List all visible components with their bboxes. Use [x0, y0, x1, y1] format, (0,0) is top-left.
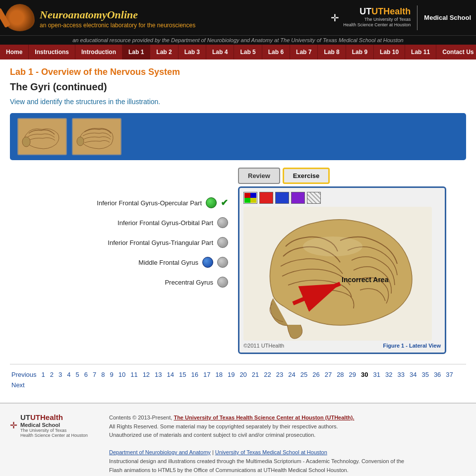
- pagination-page-18[interactable]: 18: [214, 370, 224, 379]
- nav-instructions[interactable]: Instructions: [29, 45, 75, 60]
- pagination-page-17[interactable]: 17: [202, 370, 212, 379]
- footer-school: Medical School: [20, 422, 88, 428]
- pagination-page-25[interactable]: 25: [299, 370, 309, 379]
- nav-lab10[interactable]: Lab 10: [374, 45, 405, 60]
- pagination-next[interactable]: Next: [10, 381, 26, 389]
- nav-lab2[interactable]: Lab 2: [150, 45, 178, 60]
- footer-dept: Department of Neurobiology and Anatomy |…: [109, 448, 466, 457]
- pagination-page-19[interactable]: 19: [226, 370, 236, 379]
- pagination-page-32[interactable]: 32: [384, 370, 394, 379]
- brain-panel: Incorrect Area ©2011 UTHealth Figure 1 -…: [238, 186, 446, 354]
- pagination-page-11[interactable]: 11: [129, 370, 139, 379]
- pagination-page-24[interactable]: 24: [287, 370, 297, 379]
- nav-lab9[interactable]: Lab 9: [346, 45, 374, 60]
- pagination-page-13[interactable]: 13: [153, 370, 163, 379]
- pagination-page-15[interactable]: 15: [178, 370, 187, 379]
- color-btn-purple[interactable]: [291, 192, 305, 204]
- ut-detail: The University of Texas Health Science C…: [343, 17, 411, 28]
- color-btn-texture[interactable]: [307, 192, 321, 204]
- nav-lab1[interactable]: Lab 1: [122, 45, 150, 60]
- dot-4-blue[interactable]: [202, 257, 213, 268]
- brain-image-area[interactable]: Incorrect Area: [243, 207, 432, 341]
- footer-dept-link[interactable]: Department of Neurobiology and Anatomy: [109, 449, 211, 455]
- instruction-link[interactable]: in the illustration: [108, 98, 158, 106]
- ut-divider: [417, 5, 417, 30]
- nav-lab5[interactable]: Lab 5: [234, 45, 262, 60]
- nav-lab11[interactable]: Lab 11: [405, 45, 436, 60]
- pagination-page-23[interactable]: 23: [275, 370, 285, 379]
- footer-copyright: Contents © 2013-Present, The University …: [109, 414, 466, 422]
- pagination-page-28[interactable]: 28: [335, 370, 345, 379]
- pagination-page-1[interactable]: 1: [40, 370, 47, 379]
- footer-text: Contents © 2013-Present, The University …: [109, 414, 466, 476]
- ut-name: UTUTHealth: [343, 7, 411, 17]
- pagination-prev[interactable]: Previous: [10, 370, 38, 379]
- site-title: NeuroanatomyOnline: [40, 7, 195, 21]
- brain-panel-inner: Incorrect Area ©2011 UTHealth Figure 1 -…: [243, 192, 441, 349]
- svg-rect-4: [244, 193, 250, 198]
- color-btn-blue[interactable]: [275, 192, 289, 204]
- pagination-page-20[interactable]: 20: [238, 370, 248, 379]
- pagination-page-14[interactable]: 14: [166, 370, 176, 379]
- pagination-page-37[interactable]: 37: [444, 370, 454, 379]
- pagination-page-26[interactable]: 26: [311, 370, 321, 379]
- svg-point-3: [77, 137, 84, 146]
- nav-lab8[interactable]: Lab 8: [318, 45, 346, 60]
- label-text-5: Precentral Gyrus: [165, 279, 213, 286]
- pagination-page-6[interactable]: 6: [83, 370, 89, 379]
- dot-2[interactable]: [217, 217, 228, 228]
- instruction-prefix: View and identify the structures: [10, 98, 108, 106]
- ut-name-block: UTUTHealth The University of Texas Healt…: [343, 7, 411, 28]
- thumbnail-2[interactable]: [72, 118, 121, 155]
- footer-ut-link[interactable]: University of Texas Medical School at Ho…: [215, 449, 327, 455]
- nav-home[interactable]: Home: [0, 45, 29, 60]
- nav-lab7[interactable]: Lab 7: [290, 45, 318, 60]
- logo-brain-icon: [5, 4, 35, 31]
- lab-title: Lab 1 - Overview of the Nervous System: [10, 67, 466, 77]
- pagination-page-21[interactable]: 21: [250, 370, 260, 379]
- svg-point-9: [303, 237, 362, 256]
- nav-lab3[interactable]: Lab 3: [178, 45, 206, 60]
- dot-3[interactable]: [217, 237, 228, 248]
- pagination-page-8[interactable]: 8: [100, 370, 106, 379]
- color-btn-red[interactable]: [259, 192, 273, 204]
- pagination-page-30[interactable]: 30: [359, 370, 369, 379]
- nav-introduction[interactable]: Introduction: [75, 45, 122, 60]
- pagination-page-9[interactable]: 9: [108, 370, 115, 379]
- label-text-1: Inferior Frontal Gyrus-Opercular Part: [97, 199, 202, 207]
- pagination-page-7[interactable]: 7: [91, 370, 98, 379]
- site-footer: ✛ UTUTHealth Medical School The Universi…: [0, 403, 476, 476]
- pagination-page-33[interactable]: 33: [396, 370, 406, 379]
- color-btn-pattern[interactable]: [243, 192, 257, 204]
- pagination-page-12[interactable]: 12: [141, 370, 151, 379]
- pagination-page-3[interactable]: 3: [57, 370, 63, 379]
- pagination-page-31[interactable]: 31: [372, 370, 382, 379]
- footer-rights: All Rights Reserved. Some material may b…: [109, 422, 466, 431]
- pagination-page-4[interactable]: 4: [65, 370, 72, 379]
- svg-rect-6: [244, 198, 250, 203]
- pagination-page-35[interactable]: 35: [420, 370, 430, 379]
- pagination-page-22[interactable]: 22: [262, 370, 272, 379]
- dot-4-gray[interactable]: [217, 257, 228, 268]
- pagination-page-2[interactable]: 2: [49, 370, 55, 379]
- tab-exercise[interactable]: Exercise: [283, 168, 330, 184]
- pagination-page-10[interactable]: 10: [117, 370, 127, 379]
- footer-ut-block: UTUTHealth Medical School The University…: [20, 414, 88, 438]
- nav-lab6[interactable]: Lab 6: [262, 45, 290, 60]
- logo-area: NeuroanatomyOnline an open-access electr…: [5, 4, 195, 31]
- pagination-page-5[interactable]: 5: [74, 370, 81, 379]
- pagination-page-16[interactable]: 16: [190, 370, 200, 379]
- tab-review[interactable]: Review: [238, 168, 280, 184]
- thumbnail-1[interactable]: [17, 118, 67, 155]
- pagination-page-27[interactable]: 27: [323, 370, 333, 379]
- pagination: Previous 1 2 3 4 5 6 7 8 9 10 11 12 13 1…: [10, 364, 466, 395]
- figure-caption: ©2011 UTHealth Figure 1 - Lateral View: [243, 343, 441, 349]
- pagination-page-29[interactable]: 29: [348, 370, 357, 379]
- dot-1[interactable]: [206, 197, 217, 208]
- pagination-page-34[interactable]: 34: [408, 370, 418, 379]
- footer-org-link[interactable]: The University of Texas Health Science C…: [174, 415, 354, 420]
- pagination-page-36[interactable]: 36: [432, 370, 442, 379]
- nav-contact[interactable]: Contact Us: [436, 45, 476, 60]
- nav-lab4[interactable]: Lab 4: [206, 45, 234, 60]
- dot-5[interactable]: [217, 277, 228, 288]
